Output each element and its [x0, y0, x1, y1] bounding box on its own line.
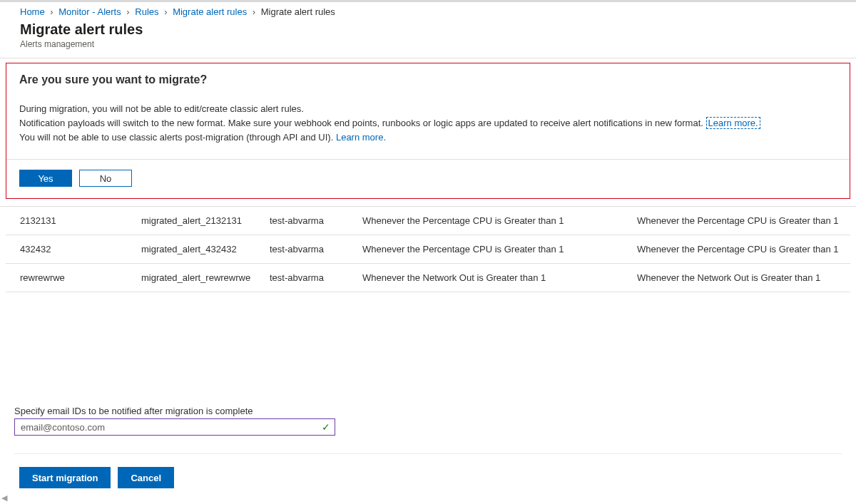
page-subtitle: Alerts management	[20, 39, 836, 49]
table-row[interactable]: 432432 migrated_alert_432432 test-abvarm…	[6, 235, 850, 264]
checkmark-icon: ✓	[322, 422, 330, 432]
chevron-right-icon: ›	[164, 6, 167, 17]
divider	[6, 159, 850, 160]
no-button[interactable]: No	[79, 170, 132, 187]
divider	[14, 453, 842, 454]
email-input[interactable]	[19, 419, 322, 435]
cell-classic-name: rewrewrwe	[6, 264, 134, 292]
dialog-line-2: Notification payloads will switch to the…	[19, 116, 837, 130]
learn-more-classic-link[interactable]: Learn more.	[336, 132, 386, 143]
divider	[0, 58, 856, 58]
cell-migrated-name: migrated_alert_432432	[134, 235, 263, 264]
dialog-title: Are you sure you want to migrate?	[19, 73, 837, 86]
dialog-line-3-text: You will not be able to use classic aler…	[19, 132, 336, 143]
chevron-right-icon: ›	[126, 6, 129, 17]
alert-rules-table: 2132131 migrated_alert_2132131 test-abva…	[6, 207, 850, 292]
table-row[interactable]: 2132131 migrated_alert_2132131 test-abva…	[6, 207, 850, 235]
footer-button-row: Start migration Cancel	[14, 467, 842, 488]
page-title: Migrate alert rules	[20, 21, 836, 38]
breadcrumb-migrate-alert-rules[interactable]: Migrate alert rules	[173, 6, 247, 17]
breadcrumb-home[interactable]: Home	[20, 6, 45, 17]
breadcrumb-rules[interactable]: Rules	[135, 6, 158, 17]
yes-button[interactable]: Yes	[19, 170, 72, 187]
cell-migrated-name: migrated_alert_2132131	[134, 207, 263, 235]
chevron-right-icon: ›	[253, 6, 255, 17]
breadcrumb-current: Migrate alert rules	[261, 6, 335, 17]
bottom-panel: Specify email IDs to be notified after m…	[0, 406, 856, 488]
cell-classic-name: 432432	[6, 235, 134, 264]
cell-resource-group: test-abvarma	[263, 207, 355, 235]
breadcrumb-monitor-alerts[interactable]: Monitor - Alerts	[58, 6, 121, 17]
learn-more-payload-link[interactable]: Learn more.	[706, 117, 760, 129]
dialog-line-1: During migration, you will not be able t…	[19, 102, 837, 116]
start-migration-button[interactable]: Start migration	[19, 467, 111, 488]
email-field-label: Specify email IDs to be notified after m…	[14, 406, 842, 416]
cell-resource-group: test-abvarma	[263, 235, 355, 264]
cell-condition: Whenever the Percentage CPU is Greater t…	[355, 235, 630, 264]
dialog-button-row: Yes No	[19, 170, 837, 187]
dialog-body: During migration, you will not be able t…	[19, 102, 837, 145]
cell-migrated-name: migrated_alert_rewrewrwe	[134, 264, 263, 292]
cell-condition-2: Whenever the Network Out is Greater than…	[630, 264, 850, 292]
chevron-right-icon: ›	[50, 6, 53, 17]
cell-condition: Whenever the Network Out is Greater than…	[355, 264, 630, 292]
cell-condition-2: Whenever the Percentage CPU is Greater t…	[630, 235, 850, 264]
dialog-line-3: You will not be able to use classic aler…	[19, 130, 837, 145]
cell-resource-group: test-abvarma	[263, 264, 355, 292]
breadcrumb: Home › Monitor - Alerts › Rules › Migrat…	[0, 2, 856, 21]
dialog-line-2-text: Notification payloads will switch to the…	[19, 118, 706, 128]
cell-classic-name: 2132131	[6, 207, 134, 235]
table-row[interactable]: rewrewrwe migrated_alert_rewrewrwe test-…	[6, 264, 850, 292]
email-input-wrapper[interactable]: ✓	[14, 418, 335, 436]
page-header: Migrate alert rules Alerts management	[0, 21, 856, 53]
confirm-migration-dialog: Are you sure you want to migrate? During…	[6, 63, 850, 199]
cell-condition-2: Whenever the Percentage CPU is Greater t…	[630, 207, 850, 235]
cancel-button[interactable]: Cancel	[118, 467, 174, 488]
scroll-left-icon[interactable]: ◀	[1, 493, 7, 503]
cell-condition: Whenever the Percentage CPU is Greater t…	[355, 207, 630, 235]
